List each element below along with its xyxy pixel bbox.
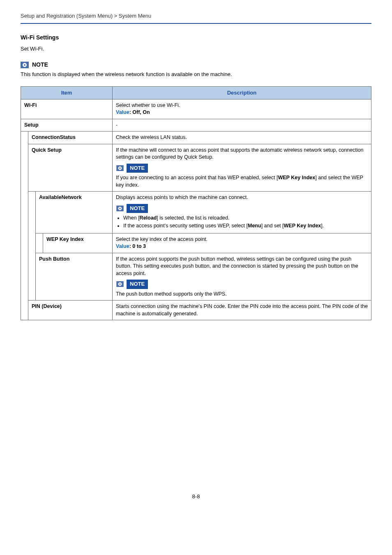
inline-note: NOTE — [116, 164, 368, 173]
quicksetup-desc1: If the machine will connect to an access… — [116, 147, 368, 161]
note-icon — [116, 281, 124, 287]
b2-bold2: WEP Key Index — [284, 223, 321, 229]
table-row: AvailableNetwork Displays access points … — [21, 192, 371, 234]
value-label: Value — [116, 109, 129, 115]
note-header: NOTE — [21, 61, 371, 69]
b2-bold1: Menu — [248, 223, 261, 229]
note-label-box: NOTE — [127, 280, 148, 289]
wepkey-desc1: Select the key index of the access point… — [116, 236, 368, 243]
b1-pre: When [ — [123, 215, 140, 221]
inline-note: NOTE — [116, 204, 368, 213]
item-setup: Setup — [21, 119, 113, 132]
table-row: Wi-Fi Select whether to use Wi-Fi. Value… — [21, 99, 371, 119]
item-connstatus: ConnectionStatus — [28, 132, 113, 144]
table-row: Push Button If the access point supports… — [21, 253, 371, 300]
b1-post: ] is selected, the list is reloaded. — [157, 215, 229, 221]
value-text: : Off, On — [129, 109, 150, 115]
item-availnet: AvailableNetwork — [36, 192, 113, 234]
settings-table: Item Description Wi-Fi Select whether to… — [21, 86, 371, 320]
header-item: Item — [21, 86, 113, 99]
item-wifi: Wi-Fi — [21, 99, 113, 119]
b2-mid: ] and set [ — [261, 223, 284, 229]
desc-quicksetup: If the machine will connect to an access… — [113, 144, 371, 191]
item-pushbtn: Push Button — [36, 253, 113, 300]
indent-cell — [21, 132, 28, 320]
desc-connstatus: Check the wireless LAN status. — [113, 132, 371, 144]
table-row: WEP Key Index Select the key index of th… — [21, 233, 371, 253]
indent-cell — [36, 233, 43, 253]
breadcrumb: Setup and Registration (System Menu) > S… — [21, 12, 371, 24]
note-icon — [116, 165, 124, 171]
svg-point-5 — [119, 167, 121, 169]
note-pre: If you are connecting to an access point… — [116, 175, 278, 180]
desc-wifi: Select whether to use Wi-Fi. Value: Off,… — [113, 99, 371, 119]
table-header-row: Item Description — [21, 86, 371, 99]
note-icon — [116, 205, 124, 212]
note-label: NOTE — [32, 61, 48, 69]
section-title: Wi-Fi Settings — [21, 34, 371, 42]
note-label-box: NOTE — [127, 204, 148, 213]
value-text: : 0 to 3 — [129, 243, 146, 249]
svg-point-2 — [24, 64, 25, 66]
value-label: Value — [116, 243, 129, 249]
availnet-desc1: Displays access points to which the mach… — [116, 194, 368, 201]
bullet-list: When [Reload] is selected, the list is r… — [116, 215, 368, 230]
desc-pushbtn: If the access point supports the push bu… — [113, 253, 371, 300]
inline-note: NOTE — [116, 280, 368, 289]
note-icon — [21, 62, 29, 68]
note-text: This function is displayed when the wire… — [21, 71, 371, 78]
page-number: 8-8 — [21, 493, 371, 500]
svg-point-8 — [119, 208, 121, 209]
list-item: If the access point's security setting u… — [123, 222, 368, 230]
list-item: When [Reload] is selected, the list is r… — [123, 215, 368, 222]
item-quicksetup: Quick Setup — [28, 144, 113, 191]
note-bold: WEP Key Index — [278, 175, 315, 180]
b2-post: ]. — [321, 223, 324, 229]
quicksetup-note-text: If you are connecting to an access point… — [116, 174, 368, 189]
indent-cell — [28, 192, 36, 301]
item-pindev: PIN (Device) — [28, 301, 113, 320]
desc-availnet: Displays access points to which the mach… — [113, 192, 371, 234]
note-label-box: NOTE — [127, 164, 148, 173]
pushbtn-desc1: If the access point supports the push bu… — [116, 256, 368, 278]
item-wepkey: WEP Key Index — [43, 233, 113, 253]
table-row: Setup - — [21, 119, 371, 132]
table-row: Quick Setup If the machine will connect … — [21, 144, 371, 191]
wepkey-value: Value: 0 to 3 — [116, 243, 368, 250]
intro-text: Set Wi-Fi. — [21, 45, 371, 53]
svg-point-11 — [119, 284, 121, 285]
b1-bold: Reload — [140, 215, 157, 221]
b2-pre: If the access point's security setting u… — [123, 223, 248, 229]
header-description: Description — [113, 86, 371, 99]
desc-pindev: Starts connection using the machine's PI… — [113, 301, 371, 320]
table-row: PIN (Device) Starts connection using the… — [21, 301, 371, 320]
table-row: ConnectionStatus Check the wireless LAN … — [21, 132, 371, 144]
desc-wepkey: Select the key index of the access point… — [113, 233, 371, 253]
desc-wifi-value: Value: Off, On — [116, 109, 368, 116]
desc-wifi-line1: Select whether to use Wi-Fi. — [116, 102, 368, 109]
pushbtn-note-text: The push button method supports only the… — [116, 291, 368, 298]
desc-setup: - — [113, 119, 371, 132]
